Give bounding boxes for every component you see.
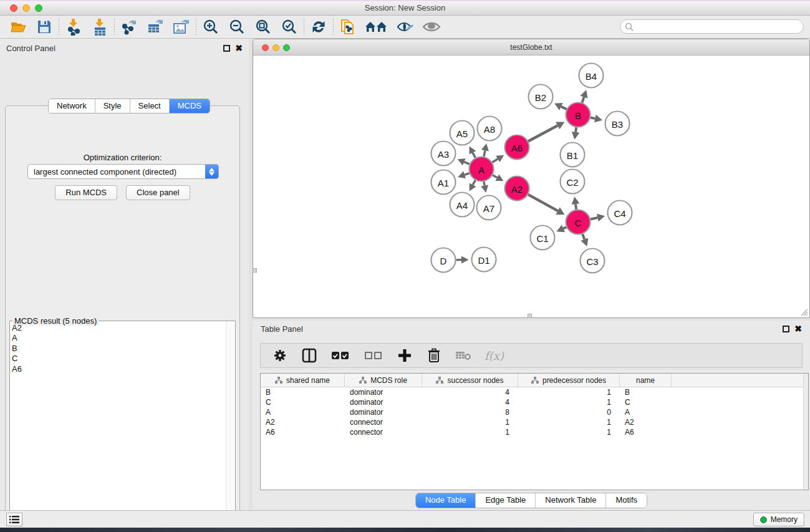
graph-edge-A-A6[interactable] — [492, 159, 498, 162]
split-columns-icon[interactable] — [301, 347, 317, 364]
tab-network[interactable]: Network — [49, 99, 95, 113]
table-cell[interactable]: dominator — [345, 388, 422, 397]
criterion-dropdown[interactable]: largest connected component (directed) — [27, 164, 219, 179]
network-window-titlebar[interactable]: testGlobe.txt — [253, 39, 809, 56]
table-cell[interactable]: A6 — [620, 428, 672, 437]
left-edge-gripper[interactable] — [253, 268, 257, 273]
column-header-shared-name[interactable]: shared name — [261, 374, 345, 387]
table-cell[interactable]: 4 — [422, 388, 518, 397]
refresh-layout-icon[interactable] — [309, 18, 328, 36]
mcds-result-scrollbar[interactable] — [226, 322, 234, 530]
graph-edge-C-C1[interactable] — [563, 227, 566, 228]
tab-mcds[interactable]: MCDS — [170, 99, 210, 113]
graph-edge-B-B2[interactable] — [561, 107, 567, 109]
table-cell[interactable]: connector — [345, 418, 422, 427]
deselect-all-columns-icon[interactable] — [364, 347, 383, 364]
table-cell[interactable]: A — [620, 408, 672, 417]
table-cell[interactable]: 1 — [518, 428, 620, 437]
graph-edge-A-A2[interactable] — [493, 175, 497, 178]
show-graphics-details-icon[interactable] — [422, 18, 441, 36]
tab-style[interactable]: Style — [95, 99, 130, 113]
table-cell[interactable]: 0 — [518, 408, 620, 417]
tab-select[interactable]: Select — [130, 99, 170, 113]
delete-table-icon[interactable] — [455, 347, 471, 364]
memory-button[interactable]: Memory — [753, 513, 804, 526]
open-session-icon[interactable] — [9, 18, 27, 36]
save-session-icon[interactable] — [35, 18, 54, 36]
table-row[interactable]: Adominator80A — [261, 407, 808, 417]
float-panel-icon[interactable] — [223, 45, 230, 52]
export-network-icon[interactable] — [120, 18, 138, 36]
graph-edge-A-A5[interactable] — [473, 153, 475, 158]
tab-node-table[interactable]: Node Table — [416, 493, 476, 508]
table-cell[interactable]: 4 — [422, 398, 518, 407]
table-cell[interactable]: A6 — [261, 428, 345, 437]
home-view-icon[interactable] — [365, 18, 388, 36]
graph-edge-A-A7[interactable] — [484, 181, 485, 186]
mcds-result-item[interactable]: A — [12, 333, 225, 343]
hide-style-icon[interactable] — [396, 18, 415, 36]
column-header-successor-nodes[interactable]: successor nodes — [422, 374, 518, 387]
table-cell[interactable]: dominator — [345, 408, 422, 417]
table-cell[interactable]: connector — [345, 428, 422, 437]
function-builder-icon[interactable]: f(x) — [485, 349, 504, 362]
float-table-panel-icon[interactable] — [783, 326, 789, 332]
column-header-mcds-role[interactable]: MCDS role — [345, 374, 422, 387]
table-cell[interactable]: C — [620, 398, 672, 407]
clone-network-icon[interactable] — [339, 18, 357, 36]
table-cell[interactable]: 1 — [518, 388, 620, 397]
import-network-icon[interactable] — [64, 18, 83, 36]
mcds-result-item[interactable]: A6 — [12, 364, 225, 374]
import-table-icon[interactable] — [90, 18, 109, 36]
table-row[interactable]: A2connector11A2 — [261, 417, 808, 427]
table-cell[interactable]: A — [261, 408, 345, 417]
table-vertical-scrollbar[interactable] — [803, 374, 808, 490]
graph-edge-A-A1[interactable] — [465, 173, 470, 175]
column-header-name[interactable]: name — [620, 374, 672, 387]
table-cell[interactable]: 1 — [518, 398, 620, 407]
graph-edge-A2-C[interactable] — [528, 195, 558, 211]
table-cell[interactable]: 8 — [422, 408, 518, 417]
table-cell[interactable]: A2 — [620, 418, 672, 427]
graph-edge-A-A8[interactable] — [484, 150, 485, 157]
table-row[interactable]: Cdominator41C — [261, 397, 808, 407]
table-row[interactable]: A6connector11A6 — [261, 427, 808, 437]
graph-edge-A-A4[interactable] — [473, 180, 475, 185]
table-cell[interactable]: B — [620, 388, 672, 397]
graph-edge-C-C3[interactable] — [582, 234, 584, 239]
mcds-result-item[interactable]: C — [12, 354, 225, 364]
network-canvas[interactable]: B4B2BB3A5A8A6B1A3AA1C2A2A4A7C4CC1C3DD1 — [253, 56, 809, 317]
table-cell[interactable]: 1 — [422, 428, 518, 437]
table-cell[interactable]: B — [261, 388, 345, 397]
gear-icon[interactable] — [272, 347, 288, 364]
table-cell[interactable]: 1 — [422, 418, 518, 427]
graph-edge-C-C4[interactable] — [591, 218, 597, 220]
close-table-panel-icon[interactable]: ✖ — [794, 326, 802, 332]
graph-edge-A6-B[interactable] — [528, 125, 557, 141]
column-header-predecessor-nodes[interactable]: predecessor nodes — [518, 374, 620, 387]
zoom-selected-icon[interactable] — [280, 18, 299, 36]
mcds-result-item[interactable]: B — [12, 344, 225, 354]
search-input[interactable] — [634, 22, 803, 31]
zoom-in-icon[interactable] — [201, 18, 220, 36]
bottom-edge-gripper[interactable] — [528, 314, 532, 318]
zoom-fit-icon[interactable] — [254, 18, 272, 36]
table-cell[interactable]: C — [261, 398, 345, 407]
graph-edge-B-B4[interactable] — [582, 97, 584, 103]
zoom-out-icon[interactable] — [228, 18, 246, 36]
network-graph[interactable]: B4B2BB3A5A8A6B1A3AA1C2A2A4A7C4CC1C3DD1 — [253, 56, 809, 317]
graph-edge-B-B1[interactable] — [576, 127, 576, 132]
graph-edge-A-A3[interactable] — [464, 162, 470, 165]
export-table-icon[interactable] — [146, 18, 165, 36]
search-box[interactable] — [620, 19, 804, 34]
run-mcds-button[interactable]: Run MCDS — [55, 185, 117, 200]
close-panel-icon[interactable]: ✖ — [235, 45, 243, 52]
tab-network-table[interactable]: Network Table — [536, 493, 606, 508]
graph-edge-B-B3[interactable] — [591, 117, 595, 118]
tab-edge-table[interactable]: Edge Table — [476, 493, 536, 508]
close-panel-button[interactable]: Close panel — [126, 185, 190, 200]
resize-grip-icon[interactable] — [799, 307, 808, 316]
table-row[interactable]: Bdominator41B — [261, 387, 808, 397]
delete-column-icon[interactable] — [426, 347, 442, 364]
add-column-icon[interactable] — [397, 347, 413, 364]
